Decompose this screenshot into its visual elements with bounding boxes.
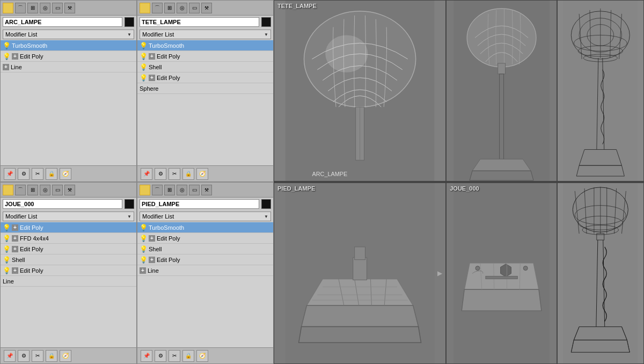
nodes-icon[interactable]: ⊞ (27, 3, 38, 13)
modifier-list-row-4: Modifier List ▼ (137, 210, 273, 222)
object-name-input-3[interactable] (3, 199, 122, 209)
stack-item[interactable]: Line (1, 276, 136, 287)
lock-btn[interactable]: 🔒 (182, 168, 194, 180)
stack-item[interactable]: 💡 + FFD 4x4x4 (1, 233, 136, 244)
stack-item[interactable]: + Line (137, 265, 273, 276)
viewport-pied-lampe[interactable]: PIED_LAMPE ▶ (274, 183, 446, 364)
lock-btn[interactable]: 🔒 (182, 350, 194, 362)
bulb-icon: 💡 (3, 235, 10, 242)
viewport-arc-lampe[interactable] (446, 0, 557, 181)
circle-icon[interactable]: ◎ (40, 3, 50, 13)
config-btn[interactable]: ⚙ (155, 350, 166, 362)
curve-icon[interactable]: ⌒ (15, 3, 26, 13)
config-btn[interactable]: ⚙ (18, 168, 30, 180)
modifier-list-label: Modifier List (5, 31, 37, 38)
stack-item[interactable]: + Line (1, 62, 136, 72)
stack-item[interactable]: 💡 TurboSmooth (1, 40, 136, 51)
stack-item[interactable]: 💡 Shell (1, 254, 136, 265)
sun-icon[interactable]: ✦ (3, 3, 13, 13)
color-swatch-1[interactable] (125, 17, 134, 27)
viewport-tete-lampe[interactable]: TETE_LAMPE (274, 0, 446, 181)
hammer-icon[interactable]: ⚒ (64, 185, 75, 195)
nav-btn[interactable]: 🧭 (196, 168, 208, 180)
hammer-icon[interactable]: ⚒ (64, 3, 75, 13)
bulb-icon: 💡 (3, 256, 10, 264)
curve-icon[interactable]: ⌒ (152, 185, 163, 195)
viewport-wireframe-1[interactable] (557, 0, 644, 181)
panel-name-row-2 (137, 16, 273, 28)
viewport-wireframe-2[interactable] (557, 183, 644, 364)
panel-bottom-toolbar-3: 📌 ⚙ ✂ 🔒 🧭 (1, 347, 136, 363)
viewport-joue-000[interactable]: JOUE_000 (446, 183, 557, 364)
stack-item[interactable]: 💡 Shell (137, 244, 273, 254)
screen-icon[interactable]: ▭ (52, 3, 63, 13)
circle-icon[interactable]: ◎ (40, 185, 50, 195)
panel-toolbar-3: ✦ ⌒ ⊞ ◎ ▭ ⚒ (1, 183, 136, 198)
dropdown-arrow: ▼ (127, 32, 131, 37)
sun-icon[interactable]: ✦ (3, 185, 13, 195)
modifier-stack-1: 💡 TurboSmooth 💡 + Edit Poly + Line (1, 40, 136, 165)
scissors-btn[interactable]: ✂ (32, 168, 43, 180)
object-name-input-1[interactable] (3, 17, 122, 27)
nav-btn[interactable]: 🧭 (60, 350, 71, 362)
stack-item[interactable]: 💡 + Edit Poly (1, 265, 136, 276)
screen-icon[interactable]: ▭ (189, 185, 200, 195)
screen-icon[interactable]: ▭ (189, 3, 200, 13)
nodes-icon[interactable]: ⊞ (164, 3, 175, 13)
stack-item[interactable]: 💡 + Edit Poly (137, 72, 273, 83)
plus-icon: + (12, 224, 18, 231)
hammer-icon[interactable]: ⚒ (201, 3, 212, 13)
stack-item[interactable]: 💡 + Edit Poly (1, 222, 136, 233)
stack-item[interactable]: 💡 TurboSmooth (137, 40, 273, 51)
svg-rect-41 (486, 276, 517, 279)
curve-icon[interactable]: ⌒ (152, 3, 163, 13)
hammer-icon[interactable]: ⚒ (201, 185, 212, 195)
lock-btn[interactable]: 🔒 (46, 350, 57, 362)
scissors-btn[interactable]: ✂ (169, 168, 180, 180)
stack-item[interactable]: 💡 + Edit Poly (137, 233, 273, 244)
modifier-list-dropdown-3[interactable]: Modifier List ▼ (3, 212, 134, 221)
modifier-list-dropdown-1[interactable]: Modifier List ▼ (3, 30, 134, 39)
bulb-icon: 💡 (140, 63, 147, 71)
stack-item[interactable]: 💡 + Edit Poly (137, 254, 273, 265)
stack-item[interactable]: 💡 TurboSmooth (137, 222, 273, 233)
stack-item[interactable]: Sphere (137, 83, 273, 94)
sun-icon[interactable]: ✦ (140, 185, 150, 195)
circle-icon[interactable]: ◎ (177, 185, 187, 195)
lock-btn[interactable]: 🔒 (46, 168, 57, 180)
sun-icon[interactable]: ✦ (140, 3, 150, 13)
color-swatch-2[interactable] (261, 17, 271, 27)
stack-item[interactable]: 💡 Shell (137, 62, 273, 72)
pin-btn[interactable]: 📌 (4, 350, 16, 362)
pin-btn[interactable]: 📌 (141, 350, 152, 362)
modifier-list-dropdown-2[interactable]: Modifier List ▼ (140, 30, 271, 39)
circle-icon[interactable]: ◎ (177, 3, 187, 13)
config-btn[interactable]: ⚙ (18, 350, 30, 362)
nav-btn[interactable]: 🧭 (196, 350, 208, 362)
modifier-list-row-3: Modifier List ▼ (1, 210, 136, 222)
curve-icon[interactable]: ⌒ (15, 185, 26, 195)
screen-icon[interactable]: ▭ (52, 185, 63, 195)
nodes-icon[interactable]: ⊞ (27, 185, 38, 195)
stack-item[interactable]: 💡 + Edit Poly (137, 51, 273, 62)
stack-item[interactable]: 💡 + Edit Poly (1, 51, 136, 62)
scissors-btn[interactable]: ✂ (169, 350, 180, 362)
pin-btn[interactable]: 📌 (141, 168, 152, 180)
config-btn[interactable]: ⚙ (155, 168, 166, 180)
stack-item[interactable]: 💡 + Edit Poly (1, 244, 136, 254)
nodes-icon[interactable]: ⊞ (164, 185, 175, 195)
object-name-input-4[interactable] (140, 199, 259, 209)
dropdown-arrow: ▼ (127, 214, 131, 219)
svg-rect-30 (353, 258, 367, 280)
color-swatch-4[interactable] (261, 199, 271, 209)
panels-area: ✦ ⌒ ⊞ ◎ ▭ ⚒ Modifier List ▼ 💡 TurboSmoot… (0, 0, 274, 364)
object-name-input-2[interactable] (140, 17, 259, 27)
plus-icon: + (12, 53, 18, 60)
modifier-list-dropdown-4[interactable]: Modifier List ▼ (140, 212, 271, 221)
scissors-btn[interactable]: ✂ (32, 350, 43, 362)
panel-arc-lampe: ✦ ⌒ ⊞ ◎ ▭ ⚒ Modifier List ▼ 💡 TurboSmoot… (0, 0, 137, 182)
pin-btn[interactable]: 📌 (4, 168, 16, 180)
nav-btn[interactable]: 🧭 (60, 168, 71, 180)
color-swatch-3[interactable] (125, 199, 134, 209)
panel-toolbar-4: ✦ ⌒ ⊞ ◎ ▭ ⚒ (137, 183, 273, 198)
